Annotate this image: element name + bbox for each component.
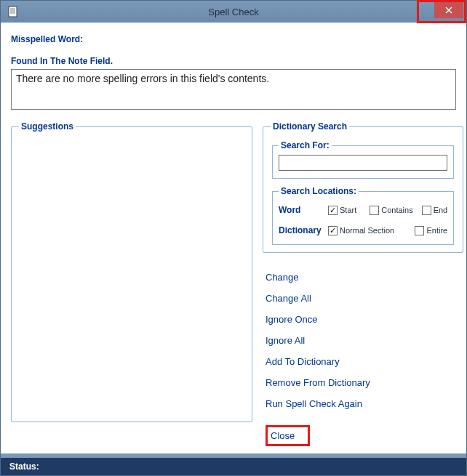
search-for-legend: Search For: <box>279 140 332 150</box>
checkbox-icon <box>422 206 431 215</box>
status-label: Status: <box>9 461 39 472</box>
end-checkbox[interactable]: End <box>422 206 448 215</box>
checkbox-icon <box>370 206 379 215</box>
checkbox-icon <box>328 226 338 235</box>
misspelled-word-label: Misspelled Word: <box>11 34 456 44</box>
dictionary-search-legend: Dictionary Search <box>271 121 349 132</box>
close-link[interactable]: Close <box>268 427 308 444</box>
document-icon <box>5 4 21 20</box>
contains-checkbox[interactable]: Contains <box>370 206 412 215</box>
close-window-button[interactable] <box>434 2 463 18</box>
dictionary-search-group: Dictionary Search Search For: Search Loc… <box>263 121 463 253</box>
search-input[interactable] <box>279 155 447 171</box>
field-message-text: There are no more spelling errors in thi… <box>16 73 269 84</box>
checkbox-icon <box>328 206 338 215</box>
normal-section-checkbox-label: Normal Section <box>340 226 394 235</box>
word-row-label: Word <box>279 205 324 215</box>
dictionary-row-label: Dictionary <box>279 225 324 235</box>
close-link-highlight: Close <box>266 425 310 446</box>
entire-checkbox-label: Entire <box>426 226 447 235</box>
end-checkbox-label: End <box>434 206 448 214</box>
spell-check-window: Spell Check Misspelled Word: Found In Th… <box>0 0 467 476</box>
search-locations-group: Search Locations: Word Start Contains <box>272 186 454 245</box>
window-title: Spell Check <box>1 7 466 17</box>
search-locations-legend: Search Locations: <box>279 186 359 196</box>
field-message-box: There are no more spelling errors in thi… <box>11 69 456 110</box>
suggestions-legend: Suggestions <box>19 121 76 132</box>
entire-checkbox[interactable]: Entire <box>415 226 447 235</box>
checkbox-icon <box>415 226 424 235</box>
start-checkbox-label: Start <box>340 206 356 214</box>
add-to-dictionary-link[interactable]: Add To Dictionary <box>266 356 463 367</box>
start-checkbox[interactable]: Start <box>328 206 356 215</box>
content-area: Misspelled Word: Found In The Note Field… <box>1 23 466 453</box>
suggestions-group: Suggestions <box>11 121 252 422</box>
ignore-once-link[interactable]: Ignore Once <box>266 314 463 325</box>
remove-from-dictionary-link[interactable]: Remove From Dictionary <box>266 377 463 388</box>
contains-checkbox-label: Contains <box>381 206 412 214</box>
action-list: Change Change All Ignore Once Ignore All… <box>263 262 463 446</box>
change-all-link[interactable]: Change All <box>266 293 463 304</box>
titlebar: Spell Check <box>1 1 466 23</box>
ignore-all-link[interactable]: Ignore All <box>266 335 463 346</box>
normal-section-checkbox[interactable]: Normal Section <box>328 226 394 235</box>
search-for-group: Search For: <box>272 140 454 179</box>
status-bar: Status: <box>1 453 466 475</box>
found-in-label: Found In The Note Field. <box>11 56 456 66</box>
change-link[interactable]: Change <box>266 272 463 283</box>
run-spell-check-again-link[interactable]: Run Spell Check Again <box>266 398 463 409</box>
